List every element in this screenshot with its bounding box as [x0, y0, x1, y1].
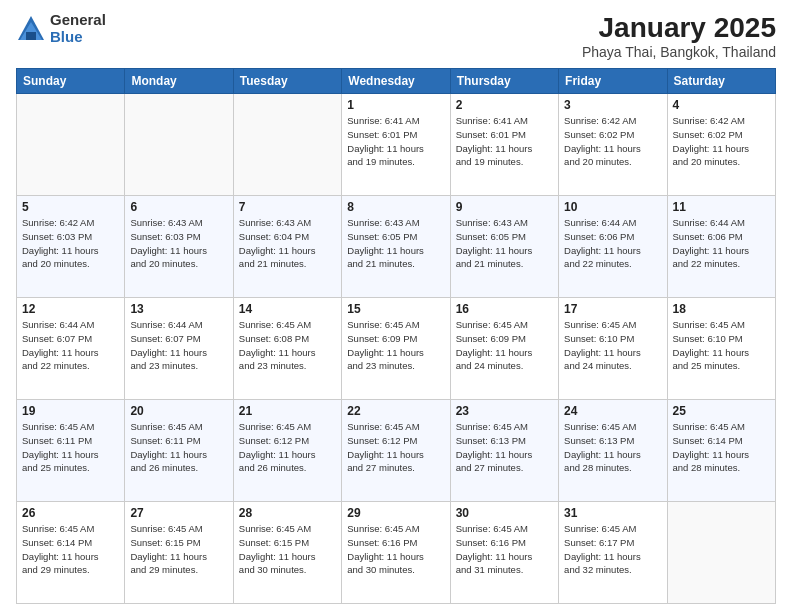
day-number: 2 [456, 98, 553, 112]
day-number: 6 [130, 200, 227, 214]
logo-icon [16, 14, 46, 44]
calendar-cell: 12Sunrise: 6:44 AMSunset: 6:07 PMDayligh… [17, 298, 125, 400]
calendar-cell: 18Sunrise: 6:45 AMSunset: 6:10 PMDayligh… [667, 298, 775, 400]
calendar-cell: 15Sunrise: 6:45 AMSunset: 6:09 PMDayligh… [342, 298, 450, 400]
day-number: 22 [347, 404, 444, 418]
day-number: 31 [564, 506, 661, 520]
calendar-cell: 5Sunrise: 6:42 AMSunset: 6:03 PMDaylight… [17, 196, 125, 298]
page: General Blue January 2025 Phaya Thai, Ba… [0, 0, 792, 612]
calendar-header: Sunday Monday Tuesday Wednesday Thursday… [17, 69, 776, 94]
header-tuesday: Tuesday [233, 69, 341, 94]
calendar-week-1: 1Sunrise: 6:41 AMSunset: 6:01 PMDaylight… [17, 94, 776, 196]
calendar-cell: 10Sunrise: 6:44 AMSunset: 6:06 PMDayligh… [559, 196, 667, 298]
day-number: 13 [130, 302, 227, 316]
header-wednesday: Wednesday [342, 69, 450, 94]
day-info: Sunrise: 6:43 AMSunset: 6:04 PMDaylight:… [239, 216, 336, 271]
day-info: Sunrise: 6:45 AMSunset: 6:15 PMDaylight:… [130, 522, 227, 577]
day-info: Sunrise: 6:45 AMSunset: 6:10 PMDaylight:… [564, 318, 661, 373]
calendar-cell: 8Sunrise: 6:43 AMSunset: 6:05 PMDaylight… [342, 196, 450, 298]
header-sunday: Sunday [17, 69, 125, 94]
calendar-cell: 30Sunrise: 6:45 AMSunset: 6:16 PMDayligh… [450, 502, 558, 604]
day-number: 1 [347, 98, 444, 112]
day-info: Sunrise: 6:45 AMSunset: 6:09 PMDaylight:… [456, 318, 553, 373]
day-number: 3 [564, 98, 661, 112]
day-info: Sunrise: 6:42 AMSunset: 6:02 PMDaylight:… [564, 114, 661, 169]
day-info: Sunrise: 6:44 AMSunset: 6:06 PMDaylight:… [564, 216, 661, 271]
day-number: 9 [456, 200, 553, 214]
logo-general-text: General [50, 12, 106, 29]
header-saturday: Saturday [667, 69, 775, 94]
day-number: 27 [130, 506, 227, 520]
day-number: 23 [456, 404, 553, 418]
calendar-cell: 9Sunrise: 6:43 AMSunset: 6:05 PMDaylight… [450, 196, 558, 298]
calendar-cell: 14Sunrise: 6:45 AMSunset: 6:08 PMDayligh… [233, 298, 341, 400]
calendar-cell: 21Sunrise: 6:45 AMSunset: 6:12 PMDayligh… [233, 400, 341, 502]
logo-text: General Blue [50, 12, 106, 45]
day-number: 11 [673, 200, 770, 214]
day-info: Sunrise: 6:43 AMSunset: 6:05 PMDaylight:… [456, 216, 553, 271]
day-info: Sunrise: 6:43 AMSunset: 6:05 PMDaylight:… [347, 216, 444, 271]
day-info: Sunrise: 6:44 AMSunset: 6:07 PMDaylight:… [130, 318, 227, 373]
calendar-week-3: 12Sunrise: 6:44 AMSunset: 6:07 PMDayligh… [17, 298, 776, 400]
day-info: Sunrise: 6:45 AMSunset: 6:13 PMDaylight:… [456, 420, 553, 475]
calendar-cell [667, 502, 775, 604]
calendar-cell: 29Sunrise: 6:45 AMSunset: 6:16 PMDayligh… [342, 502, 450, 604]
calendar-cell: 13Sunrise: 6:44 AMSunset: 6:07 PMDayligh… [125, 298, 233, 400]
calendar-cell: 20Sunrise: 6:45 AMSunset: 6:11 PMDayligh… [125, 400, 233, 502]
day-info: Sunrise: 6:45 AMSunset: 6:09 PMDaylight:… [347, 318, 444, 373]
svg-rect-2 [26, 32, 36, 40]
calendar-cell: 25Sunrise: 6:45 AMSunset: 6:14 PMDayligh… [667, 400, 775, 502]
day-number: 19 [22, 404, 119, 418]
day-info: Sunrise: 6:45 AMSunset: 6:16 PMDaylight:… [347, 522, 444, 577]
day-info: Sunrise: 6:45 AMSunset: 6:11 PMDaylight:… [22, 420, 119, 475]
calendar-cell: 1Sunrise: 6:41 AMSunset: 6:01 PMDaylight… [342, 94, 450, 196]
calendar-cell: 2Sunrise: 6:41 AMSunset: 6:01 PMDaylight… [450, 94, 558, 196]
day-header-row: Sunday Monday Tuesday Wednesday Thursday… [17, 69, 776, 94]
day-info: Sunrise: 6:45 AMSunset: 6:14 PMDaylight:… [673, 420, 770, 475]
day-info: Sunrise: 6:45 AMSunset: 6:08 PMDaylight:… [239, 318, 336, 373]
logo-blue-text: Blue [50, 29, 106, 46]
calendar-cell: 22Sunrise: 6:45 AMSunset: 6:12 PMDayligh… [342, 400, 450, 502]
title-location: Phaya Thai, Bangkok, Thailand [582, 44, 776, 60]
calendar-cell: 19Sunrise: 6:45 AMSunset: 6:11 PMDayligh… [17, 400, 125, 502]
day-number: 4 [673, 98, 770, 112]
calendar-cell: 31Sunrise: 6:45 AMSunset: 6:17 PMDayligh… [559, 502, 667, 604]
logo: General Blue [16, 12, 106, 45]
day-info: Sunrise: 6:45 AMSunset: 6:16 PMDaylight:… [456, 522, 553, 577]
day-info: Sunrise: 6:41 AMSunset: 6:01 PMDaylight:… [456, 114, 553, 169]
calendar-cell: 11Sunrise: 6:44 AMSunset: 6:06 PMDayligh… [667, 196, 775, 298]
day-number: 25 [673, 404, 770, 418]
calendar-cell: 6Sunrise: 6:43 AMSunset: 6:03 PMDaylight… [125, 196, 233, 298]
calendar-week-5: 26Sunrise: 6:45 AMSunset: 6:14 PMDayligh… [17, 502, 776, 604]
day-info: Sunrise: 6:45 AMSunset: 6:14 PMDaylight:… [22, 522, 119, 577]
day-info: Sunrise: 6:44 AMSunset: 6:07 PMDaylight:… [22, 318, 119, 373]
day-number: 15 [347, 302, 444, 316]
calendar-cell: 24Sunrise: 6:45 AMSunset: 6:13 PMDayligh… [559, 400, 667, 502]
calendar-cell: 17Sunrise: 6:45 AMSunset: 6:10 PMDayligh… [559, 298, 667, 400]
header-thursday: Thursday [450, 69, 558, 94]
day-number: 24 [564, 404, 661, 418]
day-number: 7 [239, 200, 336, 214]
day-info: Sunrise: 6:45 AMSunset: 6:17 PMDaylight:… [564, 522, 661, 577]
day-info: Sunrise: 6:42 AMSunset: 6:03 PMDaylight:… [22, 216, 119, 271]
calendar-cell [125, 94, 233, 196]
day-info: Sunrise: 6:43 AMSunset: 6:03 PMDaylight:… [130, 216, 227, 271]
day-info: Sunrise: 6:45 AMSunset: 6:10 PMDaylight:… [673, 318, 770, 373]
day-number: 30 [456, 506, 553, 520]
title-month: January 2025 [582, 12, 776, 44]
header-friday: Friday [559, 69, 667, 94]
calendar-cell: 28Sunrise: 6:45 AMSunset: 6:15 PMDayligh… [233, 502, 341, 604]
calendar-cell [17, 94, 125, 196]
day-info: Sunrise: 6:44 AMSunset: 6:06 PMDaylight:… [673, 216, 770, 271]
day-number: 20 [130, 404, 227, 418]
day-info: Sunrise: 6:41 AMSunset: 6:01 PMDaylight:… [347, 114, 444, 169]
day-number: 8 [347, 200, 444, 214]
day-number: 29 [347, 506, 444, 520]
day-info: Sunrise: 6:45 AMSunset: 6:13 PMDaylight:… [564, 420, 661, 475]
calendar-cell: 3Sunrise: 6:42 AMSunset: 6:02 PMDaylight… [559, 94, 667, 196]
calendar-cell: 4Sunrise: 6:42 AMSunset: 6:02 PMDaylight… [667, 94, 775, 196]
title-block: January 2025 Phaya Thai, Bangkok, Thaila… [582, 12, 776, 60]
day-number: 18 [673, 302, 770, 316]
day-number: 16 [456, 302, 553, 316]
calendar-cell: 7Sunrise: 6:43 AMSunset: 6:04 PMDaylight… [233, 196, 341, 298]
